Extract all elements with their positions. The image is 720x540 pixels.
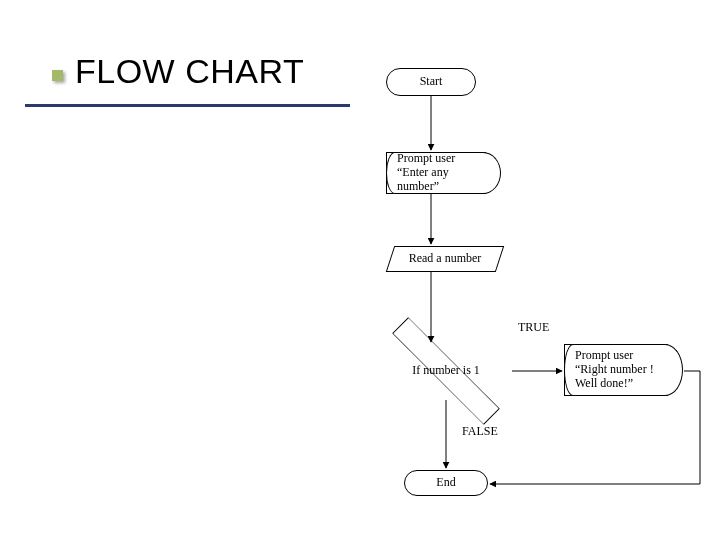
node-prompt-done: Prompt user “Right number ! Well done!”	[564, 344, 668, 396]
node-prompt-enter: Prompt user “Enter any number”	[386, 152, 486, 194]
flow-arrows	[0, 0, 720, 540]
node-prompt-enter-label: Prompt user “Enter any number”	[397, 152, 475, 193]
node-prompt-done-label: Prompt user “Right number ! Well done!”	[575, 349, 657, 390]
